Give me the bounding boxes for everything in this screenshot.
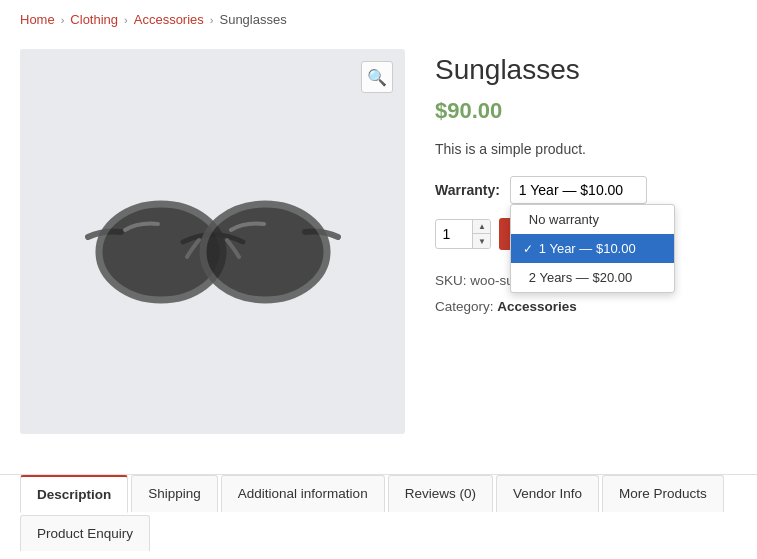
breadcrumb-accessories[interactable]: Accessories [134, 12, 204, 27]
warranty-row: Warranty: 1 Year — $10.00 No warranty ✓ … [435, 176, 737, 204]
1year-label: 1 Year — $10.00 [539, 241, 636, 256]
category-label: Category: [435, 299, 494, 314]
warranty-select[interactable]: 1 Year — $10.00 [510, 176, 647, 204]
product-description: This is a simple product. [435, 138, 737, 160]
1year-check-icon: ✓ [523, 242, 533, 256]
breadcrumb-sep-1: › [61, 14, 65, 26]
breadcrumb-current: Sunglasses [219, 12, 286, 27]
sku-label: SKU: [435, 273, 467, 288]
warranty-select-wrap: 1 Year — $10.00 No warranty ✓ 1 Year — $… [510, 176, 647, 204]
tab-reviews[interactable]: Reviews (0) [388, 475, 493, 512]
warranty-label: Warranty: [435, 182, 500, 198]
quantity-input-wrap: 1 ▲ ▼ [435, 219, 491, 249]
tab-description[interactable]: Description [20, 475, 128, 513]
breadcrumb-home[interactable]: Home [20, 12, 55, 27]
svg-point-1 [203, 204, 327, 300]
quantity-up-button[interactable]: ▲ [473, 220, 491, 234]
dropdown-item-1year[interactable]: ✓ 1 Year — $10.00 [511, 234, 674, 263]
breadcrumb-sep-2: › [124, 14, 128, 26]
quantity-spinners: ▲ ▼ [472, 220, 491, 248]
breadcrumb: Home › Clothing › Accessories › Sunglass… [0, 0, 757, 39]
product-title: Sunglasses [435, 54, 737, 86]
2year-label: 2 Years — $20.00 [529, 270, 632, 285]
tab-vendor-info[interactable]: Vendor Info [496, 475, 599, 512]
tab-product-enquiry[interactable]: Product Enquiry [20, 515, 150, 551]
quantity-down-button[interactable]: ▼ [473, 234, 491, 248]
product-info-section: Sunglasses $90.00 This is a simple produ… [435, 49, 737, 434]
tabs-row-1: Description Shipping Additional informat… [20, 475, 737, 512]
product-price: $90.00 [435, 98, 737, 124]
category-value: Accessories [497, 299, 577, 314]
warranty-dropdown[interactable]: No warranty ✓ 1 Year — $10.00 2 Years — … [510, 204, 675, 293]
tab-shipping[interactable]: Shipping [131, 475, 218, 512]
product-layout: 🔍 [0, 39, 757, 454]
dropdown-item-no-warranty[interactable]: No warranty [511, 205, 674, 234]
zoom-button[interactable]: 🔍 [361, 61, 393, 93]
no-warranty-label: No warranty [529, 212, 599, 227]
product-image-section: 🔍 [20, 49, 405, 434]
product-image [83, 162, 343, 322]
tabs-section: Description Shipping Additional informat… [0, 474, 757, 551]
quantity-input[interactable]: 1 [436, 221, 472, 247]
category-row: Category: Accessories [435, 294, 737, 320]
tab-more-products[interactable]: More Products [602, 475, 724, 512]
breadcrumb-clothing[interactable]: Clothing [70, 12, 118, 27]
product-image-box: 🔍 [20, 49, 405, 434]
breadcrumb-sep-3: › [210, 14, 214, 26]
tabs-row-2: Product Enquiry [20, 515, 737, 551]
zoom-icon: 🔍 [367, 68, 387, 87]
dropdown-item-2year[interactable]: 2 Years — $20.00 [511, 263, 674, 292]
tab-additional-information[interactable]: Additional information [221, 475, 385, 512]
